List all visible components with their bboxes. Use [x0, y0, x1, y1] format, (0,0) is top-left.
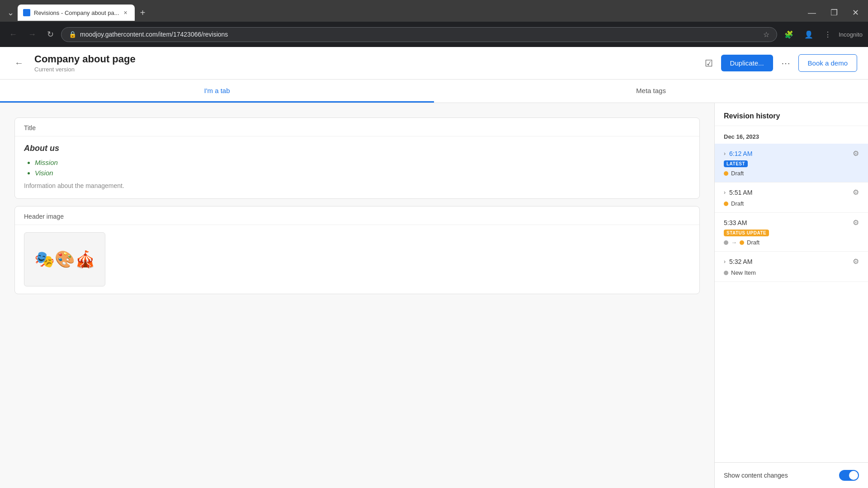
status-dot-gray-533 — [724, 240, 728, 245]
revision-item-header-533: 5:33 AM ⚙ — [724, 218, 859, 227]
revision-status-label-612: Draft — [731, 170, 744, 177]
management-text: Information about the management. — [24, 182, 690, 189]
revision-item-header-532: › 5:32 AM ⚙ — [724, 257, 859, 266]
list-item-vision: Vision — [35, 169, 690, 177]
revision-time-row-533: 5:33 AM — [724, 219, 747, 226]
vision-link[interactable]: Vision — [35, 169, 53, 177]
revision-item-533[interactable]: 5:33 AM ⚙ STATUS UPDATE → Draft — [715, 213, 868, 252]
revision-time-533: 5:33 AM — [724, 219, 747, 226]
revision-chevron-532[interactable]: › — [724, 258, 726, 265]
forward-button[interactable]: → — [24, 28, 40, 41]
revision-chevron-612[interactable]: › — [724, 150, 726, 157]
tab-favicon — [23, 9, 30, 16]
revision-gear-icon-551[interactable]: ⚙ — [853, 188, 859, 197]
revision-chevron-551[interactable]: › — [724, 189, 726, 196]
new-tab-button[interactable]: + — [135, 6, 151, 20]
image-emoji: 🎭🎨🎪 — [34, 250, 95, 269]
revision-time-row-612: › 6:12 AM — [724, 150, 752, 157]
url-text: moodjoy.gathercontent.com/item/17423066/… — [80, 31, 760, 38]
show-content-changes-label: Show content changes — [724, 472, 788, 479]
list-item-mission: Mission — [35, 159, 690, 166]
revision-status-label-551: Draft — [731, 200, 744, 207]
main-layout: Title About us Mission Vision Informatio… — [0, 103, 868, 488]
header-image-label: Header image — [15, 206, 699, 225]
header-image-content: 🎭🎨🎪 — [15, 225, 699, 294]
revision-date-group: Dec 16, 2023 — [715, 126, 868, 144]
sidebar-footer: Show content changes — [715, 462, 868, 488]
browser-tab-active[interactable]: Revisions - Company about pa... × — [18, 5, 135, 21]
tab-meta-tags[interactable]: Meta tags — [434, 80, 868, 103]
back-button[interactable]: ← — [5, 28, 21, 41]
incognito-button[interactable]: Incognito — [839, 31, 863, 38]
revision-item-header-551: › 5:51 AM ⚙ — [724, 188, 859, 197]
app-header: ← Company about page Current version ☑ D… — [0, 47, 868, 80]
book-demo-button[interactable]: Book a demo — [798, 54, 857, 72]
revision-item-532[interactable]: › 5:32 AM ⚙ New Item — [715, 252, 868, 282]
title-field-card: Title About us Mission Vision Informatio… — [14, 117, 700, 199]
revision-status-label-533: Draft — [747, 239, 760, 246]
refresh-button[interactable]: ↻ — [43, 28, 57, 41]
revision-time-row-551: › 5:51 AM — [724, 189, 752, 196]
status-dot-orange-551 — [724, 202, 728, 206]
revision-status-label-532: New Item — [731, 269, 756, 276]
title-field-label: Title — [15, 118, 699, 136]
sidebar-header: Revision history — [715, 103, 868, 126]
mission-link[interactable]: Mission — [35, 159, 58, 166]
revision-item-612[interactable]: › 6:12 AM ⚙ LATEST Draft — [715, 144, 868, 183]
status-update-badge: STATUS UPDATE — [724, 230, 769, 236]
extensions-button[interactable]: 🧩 — [781, 28, 797, 41]
page-info: Company about page Current version — [34, 53, 702, 73]
close-button[interactable]: ✕ — [849, 6, 863, 19]
menu-button[interactable]: ⋮ — [821, 28, 835, 41]
revision-gear-icon-612[interactable]: ⚙ — [853, 149, 859, 158]
title-field-content: About us Mission Vision Information abou… — [15, 136, 699, 198]
revision-history-title: Revision history — [724, 112, 780, 120]
more-options-button[interactable]: ⋯ — [778, 55, 793, 71]
tab-im-a-tab[interactable]: I'm a tab — [0, 80, 434, 103]
tab-im-a-tab-label: I'm a tab — [204, 87, 230, 94]
duplicate-button[interactable]: Duplicate... — [721, 55, 773, 71]
revision-status-551: Draft — [724, 200, 859, 207]
tab-bar: ⌄ Revisions - Company about pa... × + — … — [0, 0, 868, 22]
incognito-label: Incognito — [839, 31, 863, 38]
url-actions: ☆ — [763, 30, 769, 39]
show-changes-toggle[interactable] — [839, 470, 859, 481]
revision-time-612: 6:12 AM — [729, 150, 752, 157]
latest-badge: LATEST — [724, 160, 748, 167]
star-button[interactable]: ☆ — [763, 30, 769, 39]
revision-item-551[interactable]: › 5:51 AM ⚙ Draft — [715, 183, 868, 213]
revision-gear-icon-533[interactable]: ⚙ — [853, 218, 859, 227]
header-image-field-card: Header image 🎭🎨🎪 — [14, 206, 700, 294]
tab-group-button[interactable]: ⌄ — [4, 6, 18, 19]
minimize-button[interactable]: — — [804, 6, 820, 19]
revision-status-612: Draft — [724, 170, 859, 177]
browser-actions: 🧩 👤 ⋮ Incognito — [781, 28, 863, 41]
url-bar[interactable]: 🔒 moodjoy.gathercontent.com/item/1742306… — [61, 27, 777, 42]
back-to-items-button[interactable]: ← — [11, 54, 27, 72]
content-tabs: I'm a tab Meta tags — [0, 80, 868, 103]
lock-icon: 🔒 — [69, 31, 76, 38]
toggle-knob — [849, 471, 858, 480]
content-list: Mission Vision — [24, 159, 690, 177]
content-area: Title About us Mission Vision Informatio… — [0, 103, 714, 488]
profile-button[interactable]: 👤 — [801, 28, 817, 41]
maximize-button[interactable]: ❐ — [827, 6, 841, 19]
header-actions: ☑ Duplicate... ⋯ Book a demo — [702, 54, 857, 72]
checklist-icon-button[interactable]: ☑ — [702, 55, 716, 71]
revision-time-row-532: › 5:32 AM — [724, 258, 752, 265]
image-placeholder: 🎭🎨🎪 — [24, 232, 105, 286]
revision-status-532: New Item — [724, 269, 859, 276]
tab-meta-tags-label: Meta tags — [636, 87, 666, 94]
revision-gear-icon-532[interactable]: ⚙ — [853, 257, 859, 266]
revision-status-533: → Draft — [724, 239, 859, 246]
window-controls: — ❐ ✕ — [799, 6, 868, 19]
page-subtitle: Current version — [34, 66, 702, 73]
revision-time-551: 5:51 AM — [729, 189, 752, 196]
page-title: Company about page — [34, 53, 702, 65]
status-dot-orange-612 — [724, 171, 728, 176]
address-bar: ← → ↻ 🔒 moodjoy.gathercontent.com/item/1… — [0, 22, 868, 47]
arrow-icon-533: → — [731, 239, 737, 246]
tab-close-button[interactable]: × — [122, 8, 129, 17]
tab-title: Revisions - Company about pa... — [34, 9, 119, 16]
tab-bar-left: ⌄ Revisions - Company about pa... × + — [0, 5, 154, 21]
